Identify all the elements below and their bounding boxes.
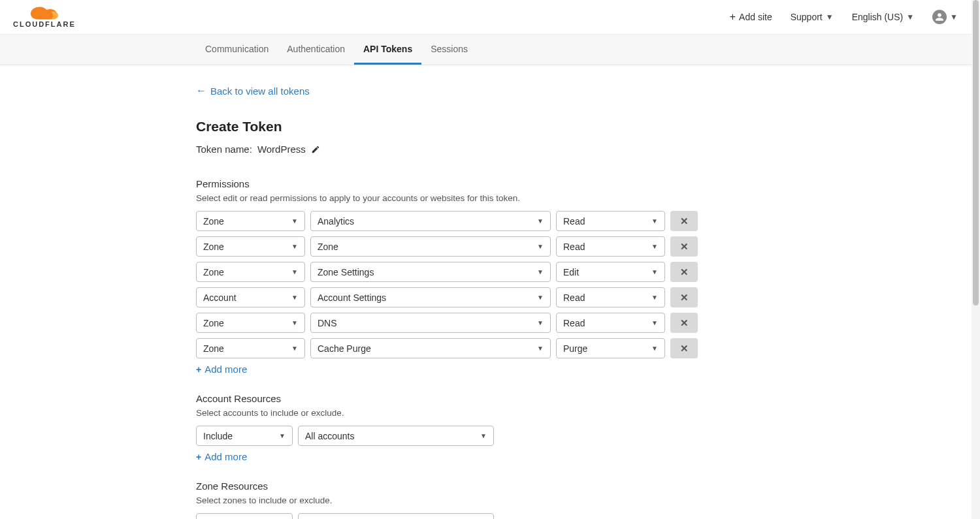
select-value: Zone [318,242,338,252]
scrollbar-thumb[interactable] [973,0,979,306]
permission-row: Account▼Account Settings▼Read▼✕ [196,287,764,307]
chevron-down-icon: ▼ [291,217,298,225]
chevron-down-icon: ▼ [480,432,487,439]
permission-level-select[interactable]: Read▼ [556,287,665,307]
token-name-row: Token name: WordPress [196,144,764,155]
add-more-account-resources[interactable]: + Add more [196,451,764,462]
permission-scope-select[interactable]: Zone▼ [196,313,305,333]
permission-scope-select[interactable]: Zone▼ [196,211,305,231]
permission-level-select[interactable]: Purge▼ [556,338,665,358]
select-value: Read [563,292,585,303]
back-link[interactable]: ← Back to view all tokens [196,85,764,97]
permission-service-select[interactable]: Cache Purge▼ [310,338,551,358]
add-site-label: Add site [739,12,772,22]
account-resources-title: Account Resources [196,393,764,404]
permission-level-select[interactable]: Read▼ [556,236,665,257]
select-value: Include [203,431,233,441]
tab-communication[interactable]: Communication [196,35,278,65]
token-name-label: Token name: [196,144,252,155]
delete-permission-button[interactable]: ✕ [670,313,698,333]
select-value: Analytics [318,216,354,227]
chevron-down-icon: ▼ [537,243,544,250]
select-value: Zone [203,242,224,252]
account-include-select[interactable]: Include ▼ [196,426,293,446]
permission-level-select[interactable]: Read▼ [556,313,665,333]
chevron-down-icon: ▼ [291,319,298,326]
zone-include-select[interactable]: Include ▼ [196,513,293,519]
logo[interactable]: CLOUDFLARE [13,7,76,28]
scrollbar-track[interactable] [972,0,980,519]
select-value: DNS [318,318,337,328]
close-icon: ✕ [680,266,689,278]
permission-service-select[interactable]: Zone▼ [310,236,551,257]
cloud-icon [31,7,58,20]
user-menu[interactable]: ▼ [932,10,958,24]
support-menu[interactable]: Support ▼ [791,12,834,22]
select-value: Purge [563,343,587,354]
account-resources-desc: Select accounts to include or exclude. [196,408,764,418]
select-value: Zone [203,267,224,277]
delete-permission-button[interactable]: ✕ [670,211,698,231]
select-value: Account Settings [318,292,386,303]
plus-icon: + [196,364,201,375]
close-icon: ✕ [680,317,689,329]
select-value: All accounts [305,431,354,441]
chevron-down-icon: ▼ [651,294,658,301]
permission-row: Zone▼DNS▼Read▼✕ [196,313,764,333]
chevron-down-icon: ▼ [291,268,298,275]
select-value: Zone [203,343,224,354]
permission-service-select[interactable]: Analytics▼ [310,211,551,231]
permission-service-select[interactable]: Account Settings▼ [310,287,551,307]
chevron-down-icon: ▼ [651,319,658,326]
permission-level-select[interactable]: Read▼ [556,211,665,231]
account-resources-section: Account Resources Select accounts to inc… [196,393,764,462]
delete-permission-button[interactable]: ✕ [670,262,698,282]
delete-permission-button[interactable]: ✕ [670,338,698,358]
permissions-section: Permissions Select edit or read permissi… [196,178,764,375]
add-site-link[interactable]: + Add site [730,11,772,23]
select-value: Read [563,318,585,328]
language-label: English (US) [852,12,904,22]
plus-icon: + [730,11,736,23]
close-icon: ✕ [680,241,689,253]
permission-scope-select[interactable]: Zone▼ [196,338,305,358]
add-more-permissions[interactable]: + Add more [196,364,764,375]
permission-scope-select[interactable]: Account▼ [196,287,305,307]
token-name-value: WordPress [257,144,306,155]
permission-service-select[interactable]: DNS▼ [310,313,551,333]
arrow-left-icon: ← [196,85,206,97]
page-title: Create Token [196,119,764,134]
delete-permission-button[interactable]: ✕ [670,236,698,257]
edit-icon[interactable] [311,145,320,154]
tab-api-tokens[interactable]: API Tokens [354,35,421,65]
close-icon: ✕ [680,292,689,304]
zone-resources-section: Zone Resources Select zones to include o… [196,480,764,519]
permission-scope-select[interactable]: Zone▼ [196,262,305,282]
language-menu[interactable]: English (US) ▼ [852,12,914,22]
permission-scope-select[interactable]: Zone▼ [196,236,305,257]
delete-permission-button[interactable]: ✕ [670,287,698,307]
chevron-down-icon: ▼ [291,294,298,301]
chevron-down-icon: ▼ [826,12,834,22]
account-resource-select[interactable]: All accounts ▼ [298,426,494,446]
permission-row: Zone▼Zone▼Read▼✕ [196,236,764,257]
select-value: Read [563,242,585,252]
permission-level-select[interactable]: Edit▼ [556,262,665,282]
support-label: Support [791,12,823,22]
permission-row: Zone▼Analytics▼Read▼✕ [196,211,764,231]
select-value: Zone [203,216,224,227]
add-more-label: Add more [204,364,247,375]
permissions-desc: Select edit or read permissions to apply… [196,193,764,203]
tab-authentication[interactable]: Authentication [278,35,354,65]
tab-sessions[interactable]: Sessions [421,35,477,65]
chevron-down-icon: ▼ [651,268,658,275]
close-icon: ✕ [680,215,689,227]
chevron-down-icon: ▼ [291,345,298,352]
permissions-title: Permissions [196,178,764,189]
add-more-label: Add more [204,451,247,462]
chevron-down-icon: ▼ [291,243,298,250]
permission-row: Zone▼Zone Settings▼Edit▼✕ [196,262,764,282]
zone-resource-select[interactable]: All zones ▼ [298,513,494,519]
zone-resources-title: Zone Resources [196,480,764,492]
permission-service-select[interactable]: Zone Settings▼ [310,262,551,282]
